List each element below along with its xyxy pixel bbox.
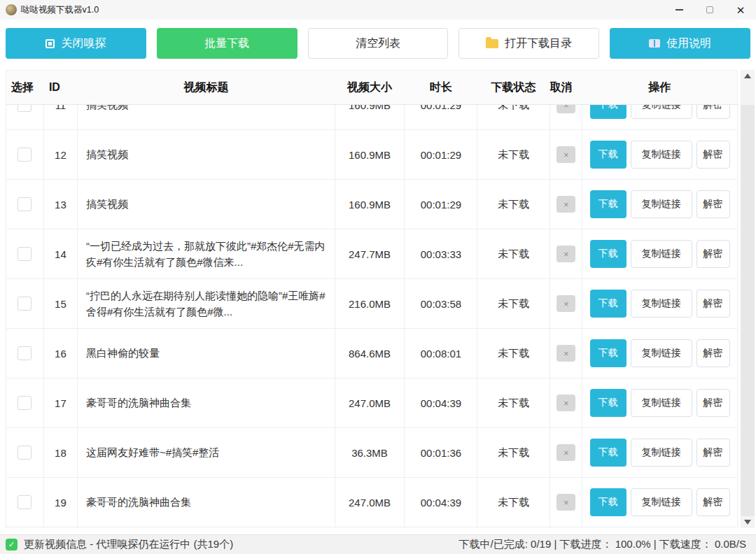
row-status: 未下载 <box>477 428 550 477</box>
row-status: 未下载 <box>477 180 550 229</box>
header-actions: 操作 <box>582 71 737 104</box>
scroll-down-button[interactable] <box>741 516 755 528</box>
copy-link-button[interactable]: 复制链接 <box>631 389 692 417</box>
titlebar: 哒哒视频下载器v1.0 ✕ <box>0 0 756 20</box>
cancel-button[interactable]: × <box>556 444 575 461</box>
select-cell <box>6 180 44 229</box>
select-cell <box>6 130 44 179</box>
row-checkbox[interactable] <box>18 148 31 162</box>
row-title: 搞笑视频 <box>78 180 335 229</box>
row-duration: 00:03:58 <box>405 279 477 328</box>
maximize-icon <box>706 6 713 13</box>
close-sniff-button[interactable]: 关闭嗅探 <box>6 28 146 59</box>
row-title: 黑白神偷的较量 <box>78 329 335 378</box>
batch-download-button[interactable]: 批量下载 <box>157 28 298 59</box>
help-button[interactable]: 使用说明 <box>610 28 750 59</box>
book-icon <box>649 39 660 48</box>
select-cell <box>6 279 44 328</box>
cancel-button[interactable]: × <box>556 196 575 213</box>
cancel-button[interactable]: × <box>556 105 575 113</box>
clear-list-button[interactable]: 清空列表 <box>308 28 449 59</box>
cancel-button[interactable]: × <box>556 295 575 312</box>
row-size: 247.0MB <box>335 478 405 527</box>
copy-link-button[interactable]: 复制链接 <box>631 439 692 467</box>
download-button[interactable]: 下载 <box>590 290 626 318</box>
download-button[interactable]: 下载 <box>590 105 626 119</box>
header-select: 选择 <box>6 71 44 104</box>
close-icon: ✕ <box>736 5 746 15</box>
decrypt-button[interactable]: 解密 <box>696 339 730 367</box>
cancel-button[interactable]: × <box>556 345 575 362</box>
row-checkbox[interactable] <box>18 346 31 360</box>
header-title: 视频标题 <box>78 71 335 104</box>
decrypt-button[interactable]: 解密 <box>696 488 730 516</box>
row-id: 18 <box>44 428 78 477</box>
close-button[interactable]: ✕ <box>725 0 756 20</box>
copy-link-button[interactable]: 复制链接 <box>631 141 692 169</box>
download-button[interactable]: 下载 <box>590 488 626 516</box>
cancel-button[interactable]: × <box>556 146 575 163</box>
row-checkbox[interactable] <box>18 396 31 410</box>
cancel-cell: × <box>550 428 582 477</box>
download-button[interactable]: 下载 <box>590 141 626 169</box>
download-button[interactable]: 下载 <box>590 389 626 417</box>
row-checkbox[interactable] <box>18 495 31 509</box>
row-duration: 00:04:39 <box>405 378 477 427</box>
row-duration: 00:01:29 <box>405 130 477 179</box>
row-checkbox[interactable] <box>18 446 31 460</box>
scrollbar-thumb[interactable] <box>741 105 755 516</box>
copy-link-button[interactable]: 复制链接 <box>631 339 692 367</box>
download-button[interactable]: 下载 <box>590 240 626 268</box>
copy-link-button[interactable]: 复制链接 <box>631 290 692 318</box>
open-download-dir-button[interactable]: 打开下载目录 <box>458 28 599 59</box>
row-checkbox[interactable] <box>18 247 31 261</box>
cancel-button[interactable]: × <box>556 494 575 511</box>
row-checkbox[interactable] <box>18 105 31 112</box>
decrypt-button[interactable]: 解密 <box>696 439 730 467</box>
row-checkbox[interactable] <box>18 197 31 211</box>
cancel-button[interactable]: × <box>556 395 575 411</box>
copy-link-button[interactable]: 复制链接 <box>631 240 692 268</box>
actions-cell: 下载 复制链接 解密 <box>582 428 738 477</box>
decrypt-button[interactable]: 解密 <box>696 105 730 119</box>
row-status: 未下载 <box>477 279 550 328</box>
clear-list-label: 清空列表 <box>356 36 400 51</box>
row-title: 这届网友好难带~#搞笑#整活 <box>78 428 335 477</box>
copy-link-button[interactable]: 复制链接 <box>631 105 692 119</box>
table-row: 19 豪哥哥的洗脑神曲合集 247.0MB 00:04:39 未下载 × 下载 … <box>6 478 738 527</box>
decrypt-button[interactable]: 解密 <box>696 290 730 318</box>
select-cell <box>6 478 44 527</box>
status-left-text: 更新视频信息 - 代理嗅探仍在运行中 (共19个) <box>24 538 233 551</box>
select-cell <box>6 428 44 477</box>
table-row: 15 “拧巴的人永远在期待别人能读懂她的隐喻”#王唯旖#舍得#有你生活就有了颜色… <box>6 279 738 329</box>
row-size: 216.0MB <box>335 279 405 328</box>
row-id: 14 <box>44 229 78 278</box>
help-label: 使用说明 <box>666 36 711 51</box>
decrypt-button[interactable]: 解密 <box>696 141 730 169</box>
table-row: 17 豪哥哥的洗脑神曲合集 247.0MB 00:04:39 未下载 × 下载 … <box>6 378 738 428</box>
minimize-button[interactable] <box>664 0 694 20</box>
copy-link-button[interactable]: 复制链接 <box>631 488 692 516</box>
cancel-cell: × <box>550 378 582 427</box>
actions-cell: 下载 复制链接 解密 <box>582 180 738 229</box>
download-button[interactable]: 下载 <box>590 339 626 367</box>
scroll-up-button[interactable] <box>741 70 755 82</box>
cancel-button[interactable]: × <box>556 246 575 262</box>
decrypt-button[interactable]: 解密 <box>696 389 730 417</box>
download-button[interactable]: 下载 <box>590 439 626 467</box>
cancel-cell: × <box>550 105 582 129</box>
row-size: 160.9MB <box>335 105 405 129</box>
row-checkbox[interactable] <box>18 297 31 311</box>
decrypt-button[interactable]: 解密 <box>696 240 730 268</box>
row-duration: 00:01:29 <box>405 105 477 129</box>
download-button[interactable]: 下载 <box>590 190 626 218</box>
copy-link-button[interactable]: 复制链接 <box>631 190 692 218</box>
status-right-text: 下载中/已完成: 0/19 | 下载进度： 100.0% | 下载速度： 0.0… <box>459 538 756 551</box>
cancel-cell: × <box>550 329 582 378</box>
row-id: 13 <box>44 180 78 229</box>
vertical-scrollbar[interactable] <box>741 70 755 528</box>
row-duration: 00:01:36 <box>405 428 477 477</box>
maximize-button[interactable] <box>694 0 725 20</box>
decrypt-button[interactable]: 解密 <box>696 190 730 218</box>
table-row: 12 搞笑视频 160.9MB 00:01:29 未下载 × 下载 复制链接 解… <box>6 130 738 180</box>
